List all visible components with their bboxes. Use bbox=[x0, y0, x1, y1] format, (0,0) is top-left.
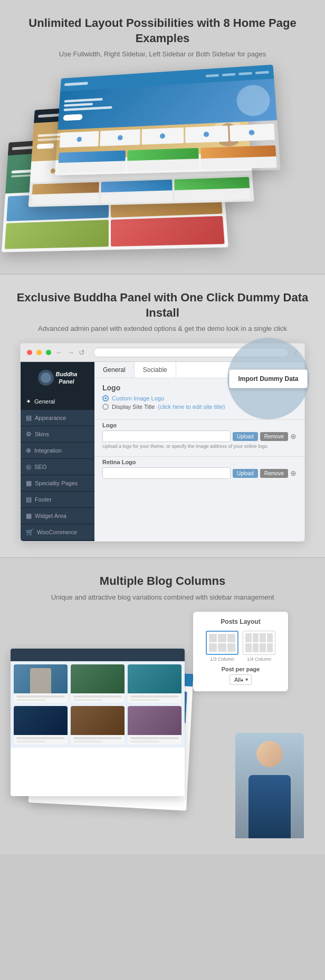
browser-dot-yellow[interactable] bbox=[36, 350, 42, 355]
front-card-3 bbox=[128, 664, 181, 703]
front-card-5 bbox=[71, 706, 125, 744]
sidebar-item-integration[interactable]: ⊕ Integration bbox=[21, 443, 94, 459]
page-layer-1 bbox=[55, 65, 281, 175]
front-browser-nav bbox=[11, 649, 185, 661]
layout-1-4-option[interactable]: 1/4 Column bbox=[243, 631, 275, 662]
front-card-4 bbox=[14, 706, 68, 744]
section3-title: Multiple Blog Columns bbox=[11, 574, 314, 589]
tab-general[interactable]: General bbox=[94, 362, 135, 378]
layout-1-3-option[interactable]: 1/3 Column bbox=[206, 631, 238, 662]
seo-icon: ◎ bbox=[26, 463, 31, 471]
sidebar-item-speciality-pages[interactable]: ▦ Speciality Pages bbox=[21, 475, 94, 492]
integration-icon: ⊕ bbox=[26, 447, 31, 454]
front-card-1 bbox=[14, 664, 68, 703]
edit-site-link[interactable]: (click here to edit site title) bbox=[158, 404, 225, 410]
posts-per-page-select[interactable]: All ▲▼ bbox=[230, 674, 252, 685]
footer-icon: ▤ bbox=[26, 496, 32, 503]
import-dummy-data-button[interactable]: Import Dummy Data bbox=[229, 369, 307, 388]
divider-1 bbox=[94, 419, 304, 420]
retina-upload-button[interactable]: Upload bbox=[233, 469, 258, 478]
appearance-icon: ▤ bbox=[26, 414, 32, 422]
retina-input[interactable] bbox=[102, 467, 231, 479]
speciality-icon: ▦ bbox=[26, 479, 32, 487]
sidebar-item-skins[interactable]: ⚙ Skins bbox=[21, 426, 94, 443]
retina-remove-button[interactable]: Remove bbox=[260, 469, 288, 478]
front-card-4-img bbox=[14, 706, 68, 735]
front-card-1-img bbox=[14, 664, 68, 693]
person-portrait bbox=[235, 733, 304, 838]
panel-wrapper: Import Dummy Data ← → ↺ ⤢ bbox=[11, 343, 314, 542]
browser-forward[interactable]: → bbox=[67, 348, 74, 357]
section1-subtitle: Use Fullwidth, Right Sidebar, Left Sideb… bbox=[11, 50, 314, 58]
logo-remove-button[interactable]: Remove bbox=[260, 432, 288, 441]
page-logo bbox=[64, 82, 88, 86]
logo-hint: Upload a logo for your theme, or specify… bbox=[102, 444, 297, 449]
retina-extra-icon[interactable]: ⊕ bbox=[290, 469, 297, 477]
import-circle: Import Dummy Data bbox=[227, 338, 309, 419]
import-overlay: Import Dummy Data bbox=[227, 338, 309, 419]
section2-subtitle: Advanced admin panel with extended optio… bbox=[11, 325, 314, 332]
sidebar-item-footer[interactable]: ▤ Footer bbox=[21, 492, 94, 508]
section-buddha-panel: Exclusive Buddha Panel with One Click Du… bbox=[0, 275, 325, 557]
posts-per-page-field: Post per page All ▲▼ bbox=[202, 666, 280, 685]
front-card-2-img bbox=[71, 664, 125, 693]
sidebar-item-buddypress[interactable]: ☻ BuddyPress bbox=[21, 541, 94, 542]
sidebar-item-appearance[interactable]: ▤ Appearance bbox=[21, 410, 94, 426]
widget-icon: ▦ bbox=[26, 512, 32, 520]
front-card-6-img bbox=[128, 706, 181, 735]
blog-screenshots-stack bbox=[11, 628, 206, 838]
blog-visual-container: Posts Layout 1/3 Column bbox=[11, 612, 314, 838]
browser-dot-green[interactable] bbox=[46, 350, 51, 355]
front-card-3-img bbox=[128, 664, 181, 693]
logo-upload-button[interactable]: Upload bbox=[233, 432, 258, 441]
admin-logo-circle bbox=[38, 370, 54, 386]
posts-per-page-label: Post per page bbox=[202, 666, 280, 672]
radio-display-title-label: Display Site Title bbox=[112, 404, 155, 410]
layout-1-4-label: 1/4 Column bbox=[243, 656, 275, 662]
tab-sociable[interactable]: Sociable bbox=[135, 362, 176, 378]
divider-2 bbox=[94, 456, 304, 457]
pages-visual bbox=[31, 68, 294, 258]
retina-logo-label: Retina Logo bbox=[102, 459, 297, 465]
logo-field-label: Logo bbox=[102, 422, 297, 428]
front-card-2 bbox=[71, 664, 125, 703]
section1-title: Unlimited Layout Possibilities with 8 Ho… bbox=[11, 16, 314, 46]
logo-extra-icon[interactable]: ⊕ bbox=[290, 432, 297, 440]
section2-title: Exclusive Buddha Panel with One Click Du… bbox=[11, 290, 314, 320]
browser-dot-red[interactable] bbox=[27, 350, 32, 355]
retina-logo-group: Retina Logo Upload Remove ⊕ bbox=[94, 459, 304, 484]
browser-back[interactable]: ← bbox=[55, 348, 63, 357]
sidebar-item-woocommerce[interactable]: 🛒 WooCommerce bbox=[21, 524, 94, 541]
sidebar-item-general[interactable]: ✦ General bbox=[21, 394, 94, 410]
section-layout: Unlimited Layout Possibilities with 8 Ho… bbox=[0, 0, 325, 274]
front-card-6 bbox=[128, 706, 181, 744]
logo-input[interactable] bbox=[102, 430, 231, 442]
general-icon: ✦ bbox=[26, 398, 31, 405]
section3-subtitle: Unique and attractive blog variations co… bbox=[11, 593, 314, 601]
sidebar-item-widget-area[interactable]: ▦ Widget Area bbox=[21, 508, 94, 524]
section-blog-columns: Multiple Blog Columns Unique and attract… bbox=[0, 558, 325, 854]
layout-1-3-label: 1/3 Column bbox=[206, 656, 238, 662]
retina-input-row: Upload Remove ⊕ bbox=[102, 467, 297, 479]
blog-screenshot-front bbox=[11, 649, 185, 796]
skins-icon: ⚙ bbox=[26, 430, 32, 438]
admin-logo-text: BuddhaPanel bbox=[56, 370, 78, 386]
radio-custom-image-label: Custom Image Logo bbox=[112, 395, 164, 401]
logo-input-row: Upload Remove ⊕ bbox=[102, 430, 297, 442]
posts-layout-title: Posts Layout bbox=[202, 618, 280, 625]
posts-layout-panel: Posts Layout 1/3 Column bbox=[193, 612, 288, 691]
front-card-5-img bbox=[71, 706, 125, 735]
admin-logo-area: BuddhaPanel bbox=[21, 362, 94, 394]
front-blog-grid bbox=[14, 664, 181, 703]
radio-display-title-dot bbox=[102, 404, 109, 410]
admin-sidebar: BuddhaPanel ✦ General ▤ Appearance ⚙ bbox=[21, 362, 94, 541]
posts-per-page-select-wrapper: All ▲▼ bbox=[202, 674, 280, 685]
woo-icon: 🛒 bbox=[26, 528, 34, 536]
radio-custom-image-dot bbox=[102, 395, 109, 401]
logo-upload-group: Logo Upload Remove ⊕ Upload a logo for y… bbox=[94, 422, 304, 454]
sidebar-item-seo[interactable]: ◎ SEO bbox=[21, 459, 94, 475]
select-arrow-icon: ▲▼ bbox=[240, 677, 249, 682]
browser-refresh[interactable]: ↺ bbox=[79, 348, 85, 357]
layout-options: 1/3 Column 1/4 Column bbox=[202, 631, 280, 662]
